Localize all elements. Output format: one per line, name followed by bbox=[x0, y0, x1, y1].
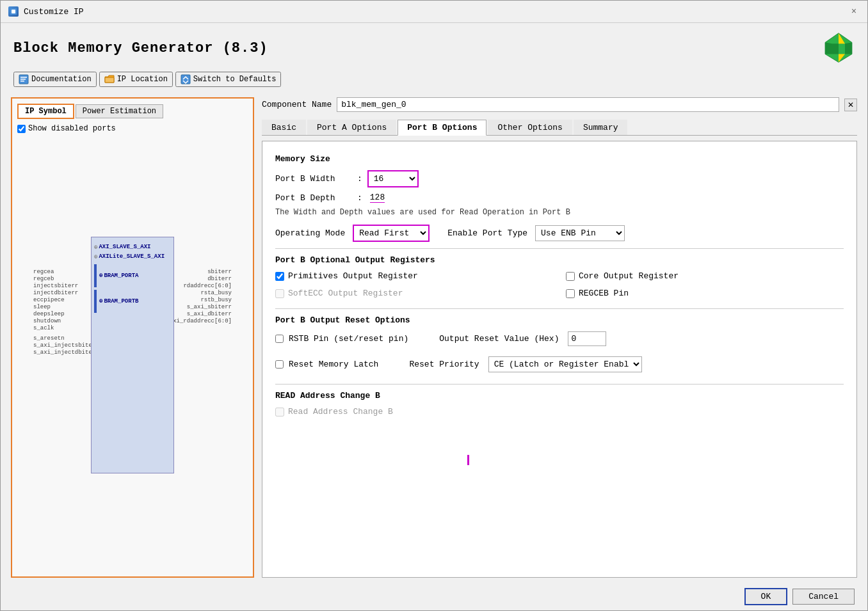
regceb-pin-checkbox[interactable] bbox=[566, 289, 575, 298]
primitives-output-label: Primitives Output Register bbox=[288, 271, 418, 281]
xilinx-logo bbox=[823, 32, 855, 64]
port-s-axi-injectsbiterr: s_axi_injectsbiterr bbox=[33, 342, 99, 349]
component-name-clear-button[interactable]: ✕ bbox=[844, 99, 857, 111]
window-title: Customize IP bbox=[24, 7, 84, 17]
enable-port-type-select[interactable]: Use ENB Pin Always Enabled bbox=[535, 225, 625, 241]
rstb-pin-checkbox[interactable] bbox=[275, 335, 284, 343]
rstb-pin-label: RSTB Pin (set/reset pin) bbox=[289, 334, 408, 344]
operating-mode-select[interactable]: Read First Write First No Change bbox=[353, 225, 430, 242]
ok-button[interactable]: OK bbox=[744, 588, 788, 605]
output-reset-title: Port B Output Reset Options bbox=[275, 315, 844, 325]
rstb-pin-row: RSTB Pin (set/reset pin) Output Reset Va… bbox=[275, 331, 844, 346]
output-reset-section: RSTB Pin (set/reset pin) Output Reset Va… bbox=[275, 331, 844, 377]
tab-port-a-options[interactable]: Port A Options bbox=[307, 120, 396, 135]
port-b-width-colon: : bbox=[357, 174, 362, 184]
port-sbiterr: sbiterr bbox=[207, 269, 232, 275]
port-s-axi-dbiterr: s_axi_dbiterr bbox=[187, 311, 232, 317]
output-reset-value-input[interactable] bbox=[568, 331, 606, 346]
port-b-width-row: Port B Width : 8 16 32 64 bbox=[275, 170, 844, 187]
component-name-row: Component Name ✕ bbox=[262, 97, 857, 112]
show-disabled-label: Show disabled ports bbox=[28, 124, 116, 133]
app-title: Block Memory Generator (8.3) bbox=[13, 40, 268, 56]
read-address-row: Read Address Change B bbox=[275, 407, 844, 417]
core-output-row: Core Output Register bbox=[566, 271, 844, 281]
symbol-container: regcea regceb injectsbiterr injectdbiter… bbox=[33, 230, 232, 480]
sym-axi-slave: ⊕ AXI_SLAVE_S_AXI bbox=[94, 244, 171, 251]
port-deepsleep: deepsleep bbox=[33, 311, 99, 317]
softecc-output-checkbox[interactable] bbox=[275, 289, 284, 298]
tab-basic[interactable]: Basic bbox=[262, 120, 306, 135]
right-panel: Component Name ✕ Basic Port A Options Po… bbox=[262, 97, 857, 578]
left-tabs: IP Symbol Power Estimation bbox=[17, 104, 248, 119]
svg-rect-11 bbox=[105, 77, 114, 83]
read-address-checkbox[interactable] bbox=[275, 408, 284, 417]
port-injectsbiterr: injectsbiterr bbox=[33, 283, 99, 289]
symbol-area: regcea regceb injectsbiterr injectdbiter… bbox=[17, 138, 248, 571]
main-content: IP Symbol Power Estimation Show disabled… bbox=[1, 92, 867, 583]
port-injectdbiterr: injectdbiterr bbox=[33, 290, 99, 296]
port-dbiterr: dbiterr bbox=[207, 276, 232, 282]
reset-memory-latch-label: Reset Memory Latch bbox=[289, 360, 378, 369]
core-output-checkbox[interactable] bbox=[566, 272, 575, 281]
port-s-axi-injectdbiterr: s_axi_injectdbiterr bbox=[33, 349, 99, 356]
svg-rect-1 bbox=[12, 10, 15, 13]
reset-priority-label: Reset Priority bbox=[409, 360, 479, 369]
magenta-cursor bbox=[467, 455, 469, 465]
documentation-button[interactable]: Documentation bbox=[13, 72, 97, 87]
port-rstb-busy: rstb_busy bbox=[200, 297, 232, 303]
component-name-input[interactable] bbox=[337, 97, 839, 112]
cancel-button[interactable]: Cancel bbox=[792, 589, 855, 605]
tab-port-b-options[interactable]: Port B Options bbox=[398, 120, 486, 136]
tab-power-estimation[interactable]: Power Estimation bbox=[76, 104, 163, 118]
optional-output-title: Port B Optional Output Registers bbox=[275, 255, 844, 265]
port-regceb: regceb bbox=[33, 276, 99, 282]
reset-priority-select[interactable]: CE (Latch or Register Enable) SR (Set/Re… bbox=[488, 356, 642, 372]
show-disabled-checkbox[interactable] bbox=[17, 125, 26, 133]
primitives-output-row: Primitives Output Register bbox=[275, 271, 553, 281]
info-text: The Width and Depth values are used for … bbox=[275, 208, 844, 217]
reset-memory-latch-checkbox[interactable] bbox=[275, 360, 284, 369]
port-b-width-select[interactable]: 8 16 32 64 bbox=[367, 170, 419, 187]
folder-icon bbox=[104, 74, 115, 84]
left-ports: regcea regceb injectsbiterr injectdbiter… bbox=[33, 269, 99, 356]
memory-size-title: Memory Size bbox=[275, 154, 844, 164]
port-b-depth-label: Port B Depth bbox=[275, 193, 352, 203]
switch-icon bbox=[181, 74, 191, 84]
ip-location-button[interactable]: IP Location bbox=[99, 72, 173, 87]
app-header: Block Memory Generator (8.3) bbox=[1, 23, 867, 69]
component-name-label: Component Name bbox=[262, 100, 332, 109]
tab-summary[interactable]: Summary bbox=[574, 120, 628, 135]
close-button[interactable]: × bbox=[848, 6, 860, 17]
port-b-width-label: Port B Width bbox=[275, 174, 352, 184]
regceb-pin-label: REGCEB Pin bbox=[579, 289, 629, 298]
options-tabs: Basic Port A Options Port B Options Othe… bbox=[262, 120, 857, 136]
bottom-bar: OK Cancel bbox=[1, 583, 867, 610]
port-shutdown: shutdown bbox=[33, 318, 99, 324]
tab-other-options[interactable]: Other Options bbox=[488, 120, 572, 135]
reset-memory-latch-row: Reset Memory Latch Reset Priority CE (La… bbox=[275, 356, 844, 372]
svg-marker-4 bbox=[845, 42, 852, 54]
read-address-label: Read Address Change B bbox=[288, 407, 393, 417]
switch-defaults-label: Switch to Defaults bbox=[193, 75, 277, 84]
tab-ip-symbol[interactable]: IP Symbol bbox=[17, 104, 74, 119]
optional-output-checkboxes: Primitives Output Register Core Output R… bbox=[275, 271, 844, 302]
port-rdaddrecc: rdaddrecc[6:0] bbox=[183, 283, 232, 289]
sym-axilite-slave: ⊕ AXILite_SLAVE_S_AXI bbox=[94, 253, 171, 260]
switch-defaults-button[interactable]: Switch to Defaults bbox=[175, 72, 282, 87]
toolbar: Documentation IP Location Switch to Defa… bbox=[1, 69, 867, 92]
output-reset-value-label: Output Reset Value (Hex) bbox=[439, 334, 559, 344]
operating-mode-row: Operating Mode Read First Write First No… bbox=[275, 225, 844, 242]
port-s-axi-sbiterr: s_axi_sbiterr bbox=[187, 304, 232, 310]
cursor-area bbox=[467, 455, 844, 468]
core-output-label: Core Output Register bbox=[579, 271, 679, 281]
documentation-icon bbox=[19, 74, 29, 84]
primitives-output-checkbox[interactable] bbox=[275, 272, 284, 281]
app-icon bbox=[8, 6, 19, 17]
symbol-block-inner: ⊕ AXI_SLAVE_S_AXI ⊕ AXILite_SLAVE_S_AXI bbox=[92, 237, 173, 317]
left-panel: IP Symbol Power Estimation Show disabled… bbox=[11, 97, 254, 578]
content-area: Memory Size Port B Width : 8 16 32 64 Po… bbox=[262, 141, 857, 578]
softecc-output-row: SoftECC Output Register bbox=[275, 289, 553, 298]
port-s-aresetn: s_aresetn bbox=[33, 335, 99, 342]
main-window: Customize IP × Block Memory Generator (8… bbox=[0, 0, 868, 611]
port-b-depth-row: Port B Depth : 128 bbox=[275, 193, 844, 203]
